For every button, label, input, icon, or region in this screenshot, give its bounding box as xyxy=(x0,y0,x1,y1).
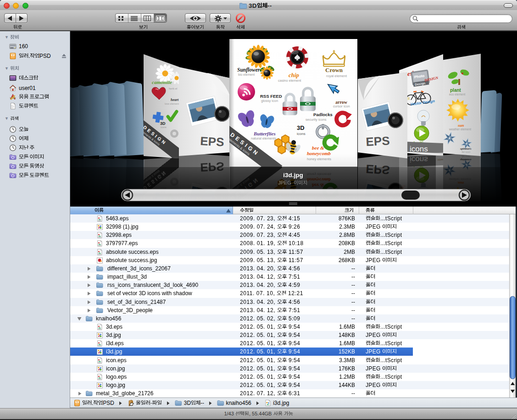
svg-text:icons: icons xyxy=(297,132,306,136)
svg-text:i3d.jpg: i3d.jpg xyxy=(283,172,303,179)
svg-text:love element: love element xyxy=(165,102,179,105)
svg-text:3d icon: 3d icon xyxy=(461,151,470,153)
svg-text:spinners: spinners xyxy=(460,147,472,151)
svg-text:honey elements: honey elements xyxy=(307,157,331,161)
svg-text:EPS: EPS xyxy=(200,134,225,149)
svg-text:3D: 3D xyxy=(297,124,305,131)
svg-text:3D: 3D xyxy=(160,121,166,126)
svg-text:JPEG: JPEG xyxy=(278,180,291,185)
svg-text:eco element: eco element xyxy=(449,93,466,96)
svg-text:glossy icon: glossy icon xyxy=(261,99,278,103)
svg-text:security icons: security icons xyxy=(306,118,327,122)
svg-text:royal element: royal element xyxy=(326,74,347,78)
svg-text:Padlocks: Padlocks xyxy=(313,112,333,117)
svg-text:weather element: weather element xyxy=(449,128,471,131)
svg-text:honeycomb: honeycomb xyxy=(307,151,331,156)
svg-text:chip: chip xyxy=(289,72,300,78)
svg-text:Crown: Crown xyxy=(325,67,343,73)
svg-text:casino element: casino element xyxy=(278,78,301,83)
svg-text:bio element: bio element xyxy=(238,73,255,76)
svg-text:EPS: EPS xyxy=(366,134,390,149)
svg-text:natural elements: natural elements xyxy=(251,136,277,140)
svg-text:heart: heart xyxy=(171,98,179,102)
svg-text:icons: icons xyxy=(161,126,167,129)
svg-text:sun: sun xyxy=(457,123,464,128)
svg-text:cursor icon: cursor icon xyxy=(333,104,350,108)
svg-text:RSS FEED: RSS FEED xyxy=(260,94,282,99)
svg-text:icons: icons xyxy=(410,145,428,153)
svg-text:Sunflower: Sunflower xyxy=(237,67,260,73)
svg-text:plant: plant xyxy=(450,88,461,93)
svg-text:herb el: herb el xyxy=(169,87,177,90)
svg-text:camomile: camomile xyxy=(152,79,172,85)
svg-text:bee &: bee & xyxy=(312,145,324,151)
svg-text:Butterflies: Butterflies xyxy=(253,131,276,136)
